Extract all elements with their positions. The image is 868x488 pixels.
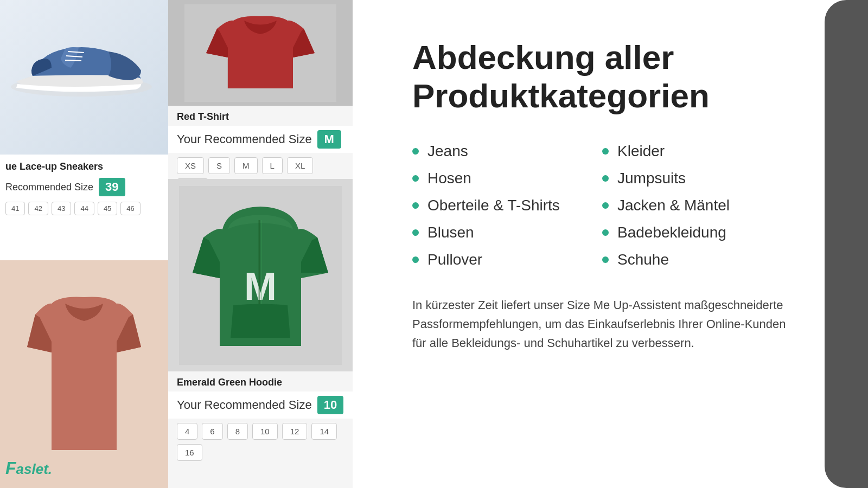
list-item: Jacken & Mäntel — [602, 197, 792, 214]
red-tshirt-size-options: XS S M L XL XXL — [168, 153, 353, 179]
left-panel: Red T-Shirt Your Recommended Size M XS S… — [0, 0, 369, 488]
bullet-icon — [602, 256, 609, 263]
sneaker-size-41[interactable]: 41 — [5, 202, 25, 215]
categories-col-right: Kleider Jumpsuits Jacken & Mäntel Badebe… — [602, 143, 792, 268]
brown-tshirt-area — [0, 260, 168, 488]
bullet-icon — [412, 148, 419, 155]
category-jacken: Jacken & Mäntel — [617, 197, 730, 214]
sneaker-recommended-badge: Recommended Size 39 — [0, 175, 168, 200]
hoodie-card: M Emerald Green Hoodie Your Recommended … — [168, 179, 353, 488]
hoodie-size-options: 4 6 8 10 12 14 16 — [168, 419, 353, 465]
list-item: Jumpsuits — [602, 170, 792, 187]
red-tshirt-title: Red T-Shirt — [168, 106, 353, 126]
bullet-icon — [602, 202, 609, 209]
list-item: Badebekleidung — [602, 224, 792, 241]
hoodie-size-6[interactable]: 6 — [202, 423, 222, 440]
category-oberteile: Oberteile & T-Shirts — [427, 197, 560, 214]
bullet-icon — [412, 256, 419, 263]
sneaker-label-area: ue Lace-up Sneakers Recommended Size 39 … — [0, 155, 168, 217]
dark-side-panel — [825, 0, 868, 488]
sneaker-size-42[interactable]: 42 — [28, 202, 48, 215]
bullet-icon — [412, 175, 419, 182]
bullet-icon — [412, 202, 419, 209]
hoodie-size-badge: 10 — [317, 396, 343, 414]
bullet-icon — [602, 175, 609, 182]
hoodie-image: M — [168, 179, 353, 371]
size-s[interactable]: S — [208, 157, 230, 174]
faslet-f-letter: F — [5, 458, 16, 478]
sneaker-image-area — [0, 0, 168, 163]
category-pullover: Pullover — [427, 251, 482, 268]
list-item: Pullover — [412, 251, 602, 268]
svg-text:M: M — [244, 265, 277, 308]
red-tshirt-icon — [184, 4, 336, 102]
sneaker-size-45[interactable]: 45 — [98, 202, 117, 215]
hoodie-title: Emerald Green Hoodie — [168, 371, 353, 391]
categories-grid: Jeans Hosen Oberteile & T-Shirts Blusen … — [412, 143, 792, 268]
red-tshirt-recommended-label: Your Recommended Size — [177, 132, 312, 146]
category-blusen: Blusen — [427, 224, 474, 241]
sneaker-size-46[interactable]: 46 — [120, 202, 140, 215]
heading-line2: Produktkategorien — [412, 77, 710, 114]
categories-col-left: Jeans Hosen Oberteile & T-Shirts Blusen … — [412, 143, 602, 268]
list-item: Hosen — [412, 170, 602, 187]
faslet-logo: F aslet. — [5, 458, 52, 478]
right-panel: Abdeckung aller Produktkategorien Jeans … — [369, 0, 835, 488]
hoodie-recommended-label: Your Recommended Size — [177, 398, 312, 412]
red-tshirt-card: Red T-Shirt Your Recommended Size M XS S… — [168, 0, 353, 179]
hoodie-size-8[interactable]: 8 — [227, 423, 248, 440]
faslet-rest: aslet. — [16, 461, 53, 478]
bullet-icon — [602, 148, 609, 155]
sneaker-size-44[interactable]: 44 — [74, 202, 94, 215]
red-tshirt-size-badge: M — [317, 130, 341, 149]
bullet-icon — [602, 229, 609, 236]
size-xl[interactable]: XL — [287, 157, 313, 174]
sneaker-recommended-label: Recommended Size — [5, 182, 93, 193]
category-kleider: Kleider — [617, 143, 665, 160]
size-l[interactable]: L — [262, 157, 283, 174]
list-item: Jeans — [412, 143, 602, 160]
sneaker-title: ue Lace-up Sneakers — [0, 159, 168, 175]
red-tshirt-recommended-badge: Your Recommended Size M — [168, 126, 353, 153]
category-badebekleidung: Badebekleidung — [617, 224, 726, 241]
category-hosen: Hosen — [427, 170, 471, 187]
list-item: Blusen — [412, 224, 602, 241]
brown-tshirt-icon — [19, 287, 149, 461]
hoodie-recommended-badge: Your Recommended Size 10 — [168, 391, 353, 419]
red-tshirt-image — [168, 0, 353, 106]
hoodie-size-16[interactable]: 16 — [177, 444, 202, 461]
category-jeans: Jeans — [427, 143, 468, 160]
category-schuhe: Schuhe — [617, 251, 669, 268]
bullet-icon — [412, 229, 419, 236]
description-text: In kürzester Zeit liefert unser Size Me … — [412, 296, 792, 353]
main-heading: Abdeckung aller Produktkategorien — [412, 38, 792, 115]
hoodie-size-10[interactable]: 10 — [252, 423, 278, 440]
hoodie-size-12[interactable]: 12 — [282, 423, 308, 440]
heading-line1: Abdeckung aller — [412, 38, 674, 76]
list-item: Oberteile & T-Shirts — [412, 197, 602, 214]
category-jumpsuits: Jumpsuits — [617, 170, 686, 187]
sneaker-size-options: 41 42 43 44 45 46 — [0, 200, 168, 217]
size-m[interactable]: M — [234, 157, 258, 174]
hoodie-size-14[interactable]: 14 — [311, 423, 337, 440]
sneaker-size-43[interactable]: 43 — [52, 202, 71, 215]
svg-line-3 — [65, 60, 81, 61]
sneaker-icon — [0, 0, 163, 108]
hoodie-size-4[interactable]: 4 — [177, 423, 197, 440]
list-item: Schuhe — [602, 251, 792, 268]
size-xs[interactable]: XS — [177, 157, 204, 174]
sneaker-size-badge: 39 — [99, 178, 125, 196]
list-item: Kleider — [602, 143, 792, 160]
hoodie-icon: M — [179, 186, 342, 365]
